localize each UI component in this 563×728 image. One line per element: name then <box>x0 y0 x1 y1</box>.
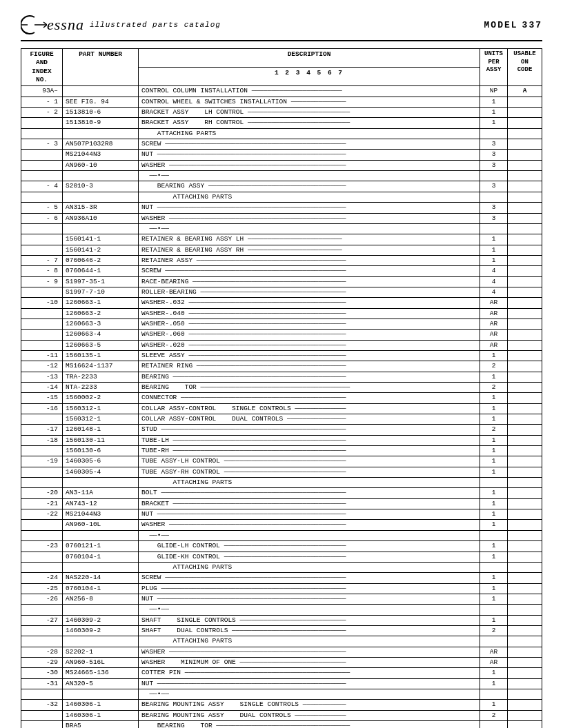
cell-usable <box>508 383 542 393</box>
cell-desc: ROLLER-BEARING —————————————————————————… <box>139 287 480 297</box>
cell-usable <box>508 721 542 729</box>
cell-part <box>63 636 139 647</box>
cell-units: 4 <box>480 276 508 287</box>
cell-desc: GLIDE-LH CONTROL ———————————————————————… <box>139 541 480 552</box>
cell-figure: -30 <box>21 668 63 678</box>
cell-desc: RETAINER & BEARING ASSY RH —————————————… <box>139 245 480 255</box>
cell-units <box>480 128 508 139</box>
cell-part <box>63 86 139 97</box>
cell-part: 1460305-6 <box>63 456 139 467</box>
cell-figure: -20 <box>21 488 63 498</box>
cell-part: 1560141-1 <box>63 234 139 245</box>
cessna-name: essna <box>47 16 84 34</box>
table-row: ——•—— <box>21 530 542 540</box>
cell-units: 1 <box>480 108 508 118</box>
cell-part: AN320-5 <box>63 678 139 689</box>
cell-desc: WASHER MINIMUM OF ONE ——————————————————… <box>139 657 480 667</box>
cell-desc: PLUG ———————————————————————————————————… <box>139 583 480 594</box>
cell-part <box>63 223 139 234</box>
cell-figure <box>21 552 63 562</box>
cell-units: 1 <box>480 97 508 107</box>
cell-units: 1 <box>480 488 508 498</box>
cell-figure: -28 <box>21 647 63 657</box>
cell-usable <box>508 393 542 403</box>
cell-usable <box>508 308 542 318</box>
th-units: UNITSPERASSY <box>480 49 508 86</box>
cell-desc: WASHER-.050 ————————————————————————————… <box>139 318 480 329</box>
cell-units: 1 <box>480 118 508 128</box>
cell-units: 3 <box>480 139 508 150</box>
table-row: - 70760646-2RETAINER ASSY ——————————————… <box>21 255 542 265</box>
cell-desc: NUT ————————————————————————————————————… <box>139 594 480 604</box>
table-row: -12MS16624-1137RETAINER RING ———————————… <box>21 361 542 372</box>
cell-desc: TUBE ASSY-LH CONTROL ———————————————————… <box>139 456 480 467</box>
model-label: MODEL <box>484 20 518 30</box>
cell-desc: WASHER-.020 ————————————————————————————… <box>139 340 480 350</box>
table-row: 1560130-6TUBE-RH ———————————————————————… <box>21 446 542 456</box>
table-row: - 21513810-6BRACKET ASSY LH CONTROL ————… <box>21 108 542 118</box>
cell-figure <box>21 287 63 297</box>
cell-units: 1 <box>480 403 508 414</box>
cell-desc: SHAFT DUAL CONTROLS ————————————————————… <box>139 625 480 636</box>
cell-figure <box>21 128 63 139</box>
cell-figure: -31 <box>21 678 63 689</box>
table-row: ——•—— <box>21 689 542 699</box>
table-row: 1260663-5WASHER-.020 ———————————————————… <box>21 340 542 350</box>
cell-usable <box>508 276 542 287</box>
cell-usable <box>508 583 542 594</box>
cell-units <box>480 721 508 729</box>
cell-desc: CONNECTOR ——————————————————————————————… <box>139 393 480 403</box>
cell-usable <box>508 361 542 372</box>
cell-units: 4 <box>480 287 508 297</box>
cell-figure <box>21 160 63 170</box>
th-part: PART NUMBER <box>63 49 139 86</box>
cell-desc: BRACKET ————————————————————————————————… <box>139 498 480 509</box>
cell-usable <box>508 520 542 530</box>
cell-desc: ——•—— <box>139 171 480 181</box>
cell-figure: -15 <box>21 393 63 403</box>
logo-area: essna illustrated parts catalog <box>21 14 221 36</box>
cessna-logo-graphic <box>21 14 47 36</box>
cell-desc: SLEEVE ASSY ————————————————————————————… <box>139 350 480 361</box>
cell-figure: - 8 <box>21 266 63 276</box>
cell-part: 1260663-1 <box>63 298 139 308</box>
cell-usable <box>508 318 542 329</box>
table-row: ATTACHING PARTS <box>21 478 542 488</box>
cell-desc: ATTACHING PARTS <box>139 192 480 202</box>
table-row: AN960-10LWASHER ————————————————————————… <box>21 520 542 530</box>
cell-units: 1 <box>480 583 508 594</box>
cell-units: 1 <box>480 435 508 445</box>
cell-figure <box>21 308 63 318</box>
cell-desc: WASHER —————————————————————————————————… <box>139 160 480 170</box>
table-row: S1997-7-10ROLLER-BEARING ———————————————… <box>21 287 542 297</box>
cell-desc: RETAINER RING ——————————————————————————… <box>139 361 480 372</box>
table-row: - 80760644-1SCREW ——————————————————————… <box>21 266 542 276</box>
cell-usable <box>508 425 542 435</box>
cell-figure <box>21 710 63 720</box>
table-row: 1460306-1BEARING MOUNTING ASSY DUAL CONT… <box>21 710 542 720</box>
cell-figure: -14 <box>21 383 63 393</box>
cell-units <box>480 223 508 234</box>
cell-usable <box>508 657 542 667</box>
cell-figure: -18 <box>21 435 63 445</box>
cell-part: 1260148-1 <box>63 425 139 435</box>
cell-part: 1460309-2 <box>63 615 139 625</box>
cell-usable <box>508 541 542 552</box>
cell-figure: -27 <box>21 615 63 625</box>
cell-units: 1 <box>480 678 508 689</box>
cell-units: 1 <box>480 350 508 361</box>
cell-part: 1560130-6 <box>63 446 139 456</box>
cell-units: 1 <box>480 456 508 467</box>
cell-usable <box>508 435 542 445</box>
table-row: 1460305-4TUBE ASSY-RH CONTROL ——————————… <box>21 467 542 477</box>
cell-desc: BEARING MOUNTING ASSY DUAL CONTROLS ————… <box>139 710 480 720</box>
cell-part: MS21044N3 <box>63 509 139 520</box>
cell-units: AR <box>480 657 508 667</box>
cell-units: 3 <box>480 213 508 223</box>
table-row: -321460306-1BEARING MOUNTING ASSY SINGLE… <box>21 700 542 710</box>
cell-figure <box>21 318 63 329</box>
cell-units: 2 <box>480 425 508 435</box>
cell-units: 1 <box>480 509 508 520</box>
cell-desc: TUBE-RH ————————————————————————————————… <box>139 446 480 456</box>
cell-desc: COLLAR ASSY-CONTROL SINGLE CONTROLS ————… <box>139 403 480 414</box>
